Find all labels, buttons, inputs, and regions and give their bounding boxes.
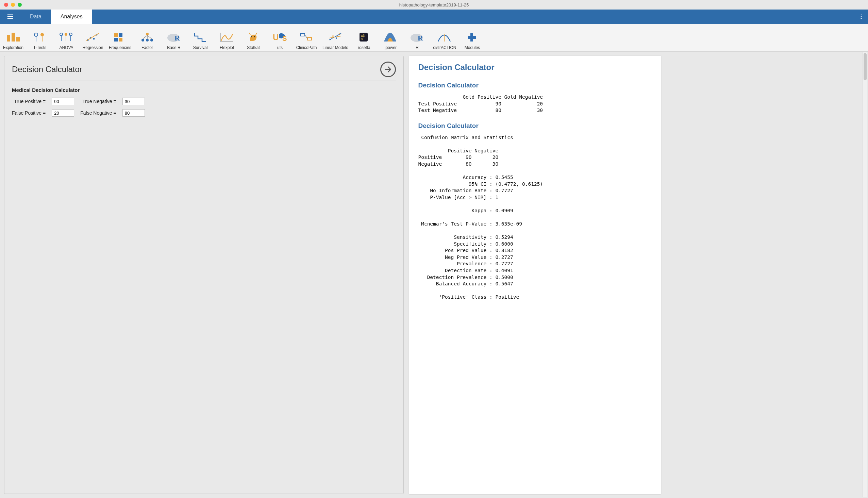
distraction-icon (436, 30, 453, 44)
input-grid: True Positive = True Negative = False Po… (12, 97, 145, 117)
clinicopath-icon (298, 30, 315, 44)
svg-line-47 (329, 33, 341, 40)
survival-icon (192, 30, 209, 44)
ribbon-label: R (416, 45, 419, 50)
svg-text:R: R (174, 34, 180, 42)
menubar: Data Analyses (0, 10, 868, 24)
ribbon-base-r[interactable]: RBase R (160, 24, 187, 51)
ribbon-survival[interactable]: Survival (187, 24, 214, 51)
traffic-lights (0, 3, 22, 7)
minimize-window-button[interactable] (11, 3, 15, 7)
window-title: histopathology-template2019-11-25 (399, 2, 469, 8)
svg-rect-22 (119, 33, 122, 37)
svg-point-12 (69, 33, 72, 36)
ribbon-regression[interactable]: Regression (80, 24, 106, 51)
results-section-1-body: Gold Positive Gold Negative Test Positiv… (418, 92, 652, 114)
ribbon-ufs[interactable]: USufs (267, 24, 293, 51)
ufs-icon: US (272, 30, 288, 44)
r-icon: R (409, 30, 425, 44)
svg-point-0 (861, 14, 862, 15)
linear-models-icon (327, 30, 343, 44)
svg-text:R: R (418, 34, 423, 42)
ribbon-clinicopath[interactable]: ClinicoPath (293, 24, 320, 51)
ribbon-label: rosetta (358, 45, 370, 50)
tn-label: True Negative = (80, 99, 116, 104)
scrollbar-thumb[interactable] (864, 53, 867, 80)
ribbon-label: Regression (83, 45, 103, 50)
kebab-menu-button[interactable] (854, 10, 868, 24)
results-section-2-title: Decision Calculator (418, 122, 652, 130)
ribbon-r[interactable]: RR (404, 24, 430, 51)
svg-line-42 (305, 35, 307, 39)
ribbon-label: Modules (465, 45, 480, 50)
svg-line-20 (87, 33, 98, 41)
tab-analyses[interactable]: Analyses (51, 10, 92, 24)
run-button[interactable] (380, 62, 396, 77)
titlebar: histopathology-template2019-11-25 (0, 0, 868, 10)
ribbon-label: Statkat (247, 45, 260, 50)
ribbon-rosetta[interactable]: Δβσμrosetta (351, 24, 377, 51)
tn-input[interactable] (122, 97, 145, 105)
svg-point-6 (34, 33, 38, 36)
tab-data[interactable]: Data (21, 10, 51, 24)
options-panel: Decision Calculator Medical Decision Cal… (4, 56, 404, 494)
ribbon-t-tests[interactable]: T-Tests (27, 24, 53, 51)
ribbon-modules[interactable]: Modules (459, 24, 485, 51)
results-section-2-body: Confusion Matrix and Statistics Positive… (418, 132, 652, 307)
svg-point-1 (861, 16, 862, 17)
svg-line-29 (143, 35, 147, 39)
ribbon-label: Survival (193, 45, 208, 50)
ribbon-flexplot[interactable]: Flexplot (214, 24, 240, 51)
tp-label: True Positive = (12, 99, 45, 104)
ribbon-label: distrACTION (433, 45, 456, 50)
fp-input[interactable] (52, 109, 74, 117)
svg-line-48 (329, 36, 341, 38)
statkat-icon (245, 30, 262, 44)
hamburger-menu-button[interactable] (0, 10, 21, 24)
fn-input[interactable] (122, 109, 145, 117)
svg-text:Δβ: Δβ (361, 34, 365, 37)
frequencies-icon (112, 30, 128, 44)
ribbon-label: ufs (277, 45, 282, 50)
kebab-icon (858, 14, 864, 20)
svg-point-28 (150, 39, 153, 41)
workspace: Decision Calculator Medical Decision Cal… (0, 52, 868, 498)
ribbon-statkat[interactable]: Statkat (240, 24, 267, 51)
factor-icon (139, 30, 155, 44)
ribbon-label: Frequencies (109, 45, 131, 50)
svg-point-45 (336, 37, 337, 39)
svg-point-7 (40, 33, 44, 36)
close-window-button[interactable] (4, 3, 8, 7)
ribbon-linear-models[interactable]: Linear Models (320, 24, 351, 51)
ribbon-factor[interactable]: Factor (134, 24, 160, 51)
vertical-scrollbar[interactable] (863, 52, 867, 497)
ribbon-label: Base R (167, 45, 180, 50)
maximize-window-button[interactable] (18, 3, 22, 7)
ribbon-distraction[interactable]: distrACTION (430, 24, 459, 51)
ribbon-label: ClinicoPath (296, 45, 317, 50)
svg-rect-41 (307, 37, 312, 40)
svg-rect-40 (301, 33, 305, 36)
right-panel: Decision Calculator Decision Calculator … (408, 52, 868, 498)
svg-rect-3 (7, 35, 10, 41)
ribbon-frequencies[interactable]: Frequencies (106, 24, 134, 51)
tp-input[interactable] (52, 97, 74, 105)
svg-point-18 (93, 38, 95, 40)
ribbon-jpower[interactable]: jpower (377, 24, 404, 51)
svg-rect-23 (114, 38, 118, 41)
svg-point-36 (251, 36, 252, 37)
left-panel: Decision Calculator Medical Decision Cal… (0, 52, 408, 498)
fp-label: False Positive = (12, 110, 45, 116)
svg-line-31 (147, 35, 152, 39)
hamburger-icon (6, 13, 14, 21)
ribbon-exploration[interactable]: Exploration (0, 24, 27, 51)
svg-point-2 (861, 18, 862, 19)
svg-text:σμ: σμ (361, 37, 365, 41)
svg-text:S: S (282, 35, 287, 42)
svg-rect-5 (16, 37, 20, 41)
ribbon-label: jpower (385, 45, 397, 50)
svg-rect-21 (114, 33, 118, 37)
svg-point-25 (146, 32, 149, 35)
ribbon-anova[interactable]: ANOVA (53, 24, 80, 51)
svg-point-26 (142, 39, 144, 41)
